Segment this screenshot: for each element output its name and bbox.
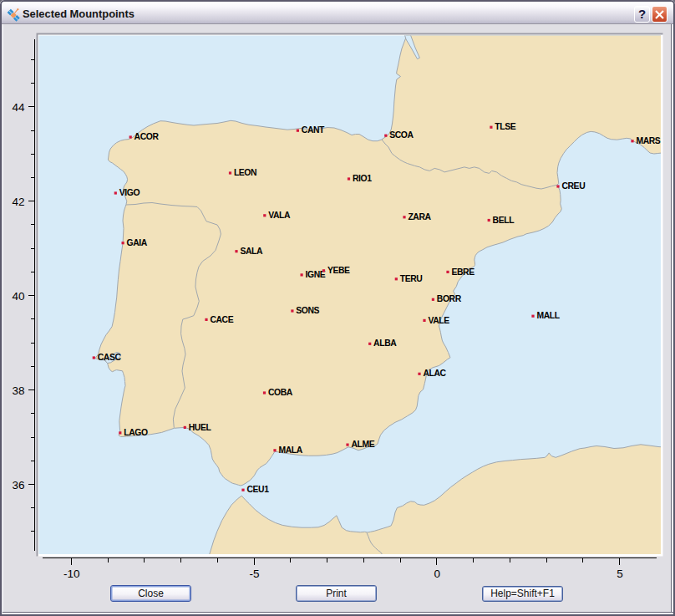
svg-text:VALE: VALE (428, 316, 449, 325)
svg-text:42: 42 (12, 196, 24, 208)
svg-text:BELL: BELL (493, 216, 515, 225)
svg-text:MARS: MARS (636, 136, 660, 145)
svg-text:ALAC: ALAC (423, 369, 446, 378)
svg-text:YEBE: YEBE (327, 266, 350, 275)
svg-text:MALA: MALA (278, 445, 302, 455)
svg-text:SALA: SALA (240, 247, 263, 256)
svg-text:CASC: CASC (98, 353, 122, 362)
svg-text:CACE: CACE (210, 315, 233, 324)
svg-text:ALBA: ALBA (373, 339, 397, 348)
svg-text:TERU: TERU (400, 274, 423, 283)
svg-text:COBA: COBA (268, 388, 293, 397)
svg-text:SCOA: SCOA (389, 130, 414, 140)
svg-text:44: 44 (12, 101, 25, 114)
svg-text:ALME: ALME (351, 440, 374, 449)
svg-text:MALL: MALL (536, 311, 560, 320)
svg-text:RIO1: RIO1 (353, 174, 372, 183)
svg-text:BORR: BORR (437, 294, 462, 303)
svg-text:-10: -10 (63, 568, 80, 580)
svg-text:5: 5 (617, 568, 623, 580)
svg-text:36: 36 (12, 479, 24, 491)
svg-text:TLSE: TLSE (495, 122, 515, 131)
svg-text:LEON: LEON (234, 168, 256, 177)
svg-text:40: 40 (12, 290, 24, 303)
svg-text:CREU: CREU (561, 181, 585, 191)
svg-text:GAIA: GAIA (127, 238, 148, 247)
svg-text:0: 0 (434, 568, 441, 580)
svg-text:VIGO: VIGO (119, 188, 140, 197)
svg-text:HUEL: HUEL (189, 423, 212, 432)
svg-text:VALA: VALA (268, 211, 291, 220)
svg-text:CANT: CANT (302, 125, 325, 135)
svg-text:38: 38 (12, 384, 24, 397)
svg-text:-5: -5 (249, 568, 259, 580)
svg-text:CEU1: CEU1 (246, 485, 269, 494)
svg-text:SONS: SONS (296, 306, 319, 315)
svg-text:EBRE: EBRE (451, 267, 475, 277)
svg-text:ACOR: ACOR (134, 132, 160, 141)
svg-text:LAGO: LAGO (124, 428, 148, 437)
svg-text:ZARA: ZARA (408, 212, 431, 221)
